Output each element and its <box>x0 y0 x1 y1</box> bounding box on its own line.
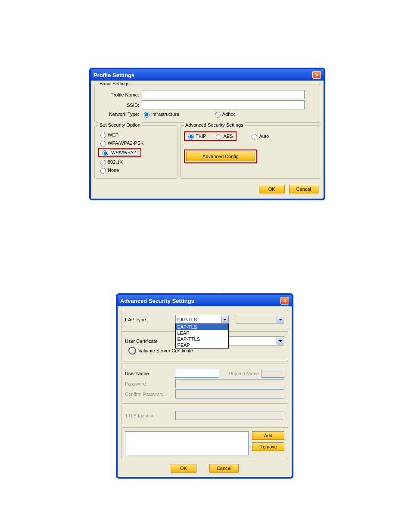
titlebar: Profile Settings ✕ <box>91 69 324 81</box>
advanced-security-legend: Advanced Security Settings <box>184 122 245 128</box>
confirm-password-label: Confirm Password <box>125 392 175 397</box>
validate-server-radio-icon[interactable] <box>128 347 136 355</box>
close-icon[interactable]: ✕ <box>280 297 289 305</box>
domain-input <box>262 369 284 378</box>
eap-type-label: EAP Type: <box>125 317 175 322</box>
list-section: Add Remove <box>121 427 288 459</box>
username-input[interactable] <box>175 369 219 378</box>
cancel-button[interactable]: Cancel <box>209 464 239 473</box>
eap-option-eaptls[interactable]: EAP-TLS <box>176 324 228 330</box>
ok-button[interactable]: OK <box>171 464 196 473</box>
username-label: User Name <box>125 371 175 376</box>
domain-label: Domain Name <box>229 371 262 376</box>
wep-radio[interactable]: WEP <box>98 131 118 138</box>
wpa-radio[interactable]: WPA/WPA2 <box>100 149 137 156</box>
ttls-identity-label: TTLS Identity <box>125 413 175 418</box>
advanced-security-dialog: Advanced Security Settings ✕ EAP Type: E… <box>116 294 293 478</box>
dialog-title: Advanced Security Settings <box>120 298 194 304</box>
profile-name-label: Profile Name: <box>98 92 142 97</box>
aes-radio[interactable]: AES <box>214 133 233 140</box>
ok-button[interactable]: OK <box>259 185 285 193</box>
dropdown-arrow-icon <box>277 316 284 323</box>
eap-type-select[interactable]: EAP-TLS EAP-TLS LEAP EAP-TTLS PEAP <box>175 315 228 324</box>
infrastructure-radio[interactable]: Infrastructure <box>142 111 179 118</box>
add-button[interactable]: Add <box>252 431 284 440</box>
ssid-input[interactable] <box>142 100 305 109</box>
security-option-legend: Set Security Option <box>98 122 142 128</box>
ttls-section: TTLS Identity <box>121 406 288 425</box>
eap-option-peap[interactable]: PEAP <box>176 342 228 348</box>
eap-option-eapttls[interactable]: EAP-TTLS <box>176 336 228 342</box>
user-certificate-label: User Certificate <box>125 339 176 344</box>
dropdown-arrow-icon[interactable] <box>221 316 228 323</box>
profile-settings-dialog: Profile Settings ✕ Basic Settings Profil… <box>90 68 325 200</box>
eap-option-leap[interactable]: LEAP <box>176 330 228 336</box>
ssid-label: SSID: <box>98 103 142 108</box>
button-row: OK Cancel <box>121 461 288 473</box>
tkip-radio[interactable]: TKIP <box>186 133 206 140</box>
advanced-config-highlight: Advanced Config <box>184 149 257 163</box>
credentials-section: User Name Domain Name Password Confirm P… <box>121 364 288 404</box>
remove-button[interactable]: Remove <box>252 442 284 451</box>
dropdown-arrow-icon[interactable] <box>277 337 284 345</box>
password-label: Password <box>125 381 175 386</box>
items-listbox[interactable] <box>125 431 249 455</box>
auto-radio[interactable]: Auto <box>249 133 269 140</box>
dialog-title: Profile Settings <box>93 72 134 78</box>
button-row: OK Cancel <box>94 181 320 195</box>
titlebar: Advanced Security Settings ✕ <box>118 295 292 306</box>
eap-type-dropdown: EAP-TLS LEAP EAP-TTLS PEAP <box>175 324 228 348</box>
cipher-highlight: TKIP AES <box>184 131 237 141</box>
none-radio[interactable]: None <box>98 167 119 174</box>
advanced-config-button[interactable]: Advanced Config <box>186 152 255 161</box>
wpa-highlight: WPA/WPA2 <box>98 148 141 157</box>
basic-settings-legend: Basic Settings <box>98 81 131 86</box>
profile-name-input[interactable] <box>142 90 305 99</box>
validate-server-label: Validate Server Certificate <box>138 348 193 353</box>
adhoc-radio[interactable]: Adhoc <box>213 111 236 118</box>
close-icon[interactable]: ✕ <box>312 71 321 79</box>
advanced-security-group: Advanced Security Settings TKIP AES Auto… <box>180 125 320 179</box>
ttls-identity-input <box>175 411 284 420</box>
basic-settings-group: Basic Settings Profile Name: SSID: Netwo… <box>94 84 320 123</box>
eap-subtype-select <box>236 315 284 324</box>
confirm-password-input <box>175 389 284 398</box>
cancel-button[interactable]: Cancel <box>289 185 318 193</box>
eap-section: EAP Type: EAP-TLS EAP-TLS LEAP EAP-TTLS … <box>121 310 288 329</box>
wpa-psk-radio[interactable]: WPA/WPA2-PSK <box>98 140 143 146</box>
dot1x-radio[interactable]: 802.1X <box>98 159 123 165</box>
password-input <box>175 379 284 388</box>
security-option-group: Set Security Option WEP WPA/WPA2-PSK WPA… <box>94 125 177 179</box>
network-type-label: Network Type: <box>98 112 142 117</box>
